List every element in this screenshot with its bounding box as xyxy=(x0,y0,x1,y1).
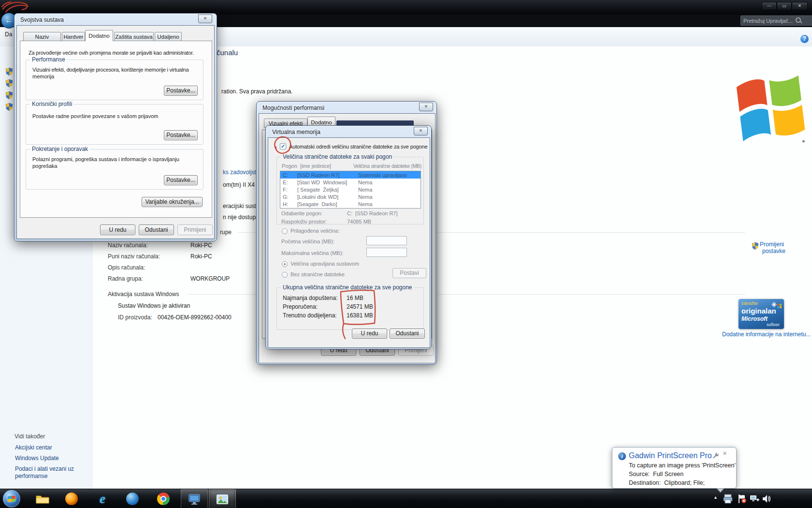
product-id-label: ID proizvoda: xyxy=(118,314,152,321)
sidebar-link-action-center[interactable]: Akcijski centar xyxy=(15,444,52,451)
more-info-link[interactable]: Dodatne informacije na internetu... xyxy=(722,331,811,338)
search-icon[interactable] xyxy=(796,17,801,23)
notification-line: Destination: Clipboard; File; xyxy=(629,479,705,486)
available-space-label: Raspoloživ prostor: xyxy=(281,219,327,224)
page-title-fragment: čunalu xyxy=(217,48,238,57)
taskbar-item-media[interactable] xyxy=(120,489,145,508)
tab-remote[interactable]: Udaljeno xyxy=(155,32,182,41)
windows-flag-logo xyxy=(735,74,807,146)
drive-listbox[interactable]: C: [SSD Radeon R7] Sistemski upravljano … xyxy=(280,171,421,209)
no-paging-label: Bez stranične datoteke xyxy=(290,271,345,277)
user-profiles-group: Korisnički profili Postavke radne površi… xyxy=(26,104,203,145)
tab-computer-name[interactable]: Naziv računala xyxy=(23,32,61,41)
gadwin-notification[interactable]: i Gadwin PrintScreen Pro ✕ To capture an… xyxy=(612,447,737,489)
taskbar-item-chrome[interactable] xyxy=(151,489,176,508)
group-label: Ukupna veličina stranične datoteke za sv… xyxy=(281,284,414,291)
total-label: Trenutno dodijeljena: xyxy=(283,312,337,319)
ok-button[interactable]: U redu xyxy=(352,329,387,339)
initial-size-label: Početna veličina (MB): xyxy=(281,239,334,244)
info-icon: i xyxy=(618,452,626,460)
row-value: Roki-PC xyxy=(190,253,212,260)
drive-paging-value: Nema xyxy=(358,187,420,193)
drive-name: [SSD Radeon R7] xyxy=(297,172,358,178)
close-icon[interactable]: ✕ xyxy=(414,127,428,135)
drive-name: [Seagate Darko] xyxy=(297,201,358,207)
tray-gadwin-icon[interactable] xyxy=(719,489,737,508)
maximize-button[interactable]: ▭ xyxy=(777,2,792,10)
startup-recovery-settings-button[interactable]: Postavke... xyxy=(164,175,198,185)
menu-item-file-fragment[interactable]: Da xyxy=(5,31,12,38)
drive-row[interactable]: G: [Lokalni disk WD] Nema xyxy=(280,193,420,200)
speaker-icon xyxy=(762,494,771,503)
tab-page-advanced: Za provođenje većine ovih promjena morat… xyxy=(20,41,212,218)
system-managed-label: Veličina upravljana sustavom xyxy=(290,261,359,267)
user-profiles-settings-button[interactable]: Postavke... xyxy=(164,130,198,140)
column-header-size: Veličina stranične datoteke (MB) xyxy=(353,163,421,169)
taskbar-item-ie[interactable]: e xyxy=(90,489,115,508)
group-text: Vizualni efekti, dodjeljivanje procesora… xyxy=(32,67,188,73)
wrench-icon[interactable] xyxy=(712,452,719,459)
genuine-microsoft-badge: zatražite originalan Microsoft softver xyxy=(739,299,784,329)
drive-row[interactable]: E: [Stari WD Windowsi] Nema xyxy=(280,179,420,186)
drive-letter: F: xyxy=(280,187,297,193)
total-value: 16381 MB xyxy=(347,312,373,319)
taskbar-item-firefox[interactable] xyxy=(59,489,84,508)
activation-header: Aktivacija sustava Windows xyxy=(108,291,179,298)
initial-size-input xyxy=(366,236,407,245)
help-icon[interactable]: ? xyxy=(800,35,809,43)
windows-flag-icon xyxy=(8,495,15,502)
tray-volume-icon[interactable] xyxy=(760,489,773,508)
environment-variables-button[interactable]: Varijable okruženja... xyxy=(142,197,203,207)
tab-system-protection[interactable]: Zaštita sustava xyxy=(114,32,154,41)
cancel-button[interactable]: Odustani xyxy=(390,329,425,339)
column-header-drive: Pogon [ime jedinice] xyxy=(282,163,331,169)
search-input[interactable] xyxy=(740,15,812,26)
change-settings-link[interactable]: postavke xyxy=(762,248,785,254)
minimize-button[interactable]: — xyxy=(762,2,777,10)
sidebar-link-windows-update[interactable]: Windows Update xyxy=(15,455,59,462)
copyright-fragment: ration. Sva prava pridržana. xyxy=(221,88,292,95)
custom-size-radio xyxy=(282,228,288,234)
row-value: Roki-PC xyxy=(190,242,212,249)
set-button: Postavi xyxy=(392,268,426,278)
activation-status: Sustav Windows je aktiviran xyxy=(118,302,190,309)
change-settings-link[interactable]: Promijeni xyxy=(760,241,784,248)
flag-icon xyxy=(737,494,747,504)
taskbar-app-capture[interactable] xyxy=(209,489,236,508)
desktop-screen: — ▭ ✕ ▾ ⟳ Da ? Vidi također Akcijski cen… xyxy=(0,0,812,508)
totals-group: Ukupna veličina stranične datoteke za sv… xyxy=(276,287,424,330)
close-icon[interactable]: ✕ xyxy=(198,15,212,23)
auto-manage-checkbox[interactable]: ✓ xyxy=(280,143,286,149)
dialog-title: Virtualna memorija xyxy=(272,129,320,135)
system-properties-dialog: Svojstva sustava ✕ Naziv računala Hardve… xyxy=(14,13,217,241)
close-window-button[interactable]: ✕ xyxy=(792,2,808,10)
drive-row-selected[interactable]: C: [SSD Radeon R7] Sistemski upravljano xyxy=(280,171,420,179)
close-icon[interactable]: ✕ xyxy=(723,450,727,457)
system-managed-radio xyxy=(282,261,288,267)
ok-button[interactable]: U redu xyxy=(100,224,135,235)
drive-row[interactable]: H: [Seagate Darko] Nema xyxy=(280,200,420,208)
admin-note: Za provođenje većine ovih promjena morat… xyxy=(29,50,194,56)
drive-letter: C: xyxy=(280,172,297,178)
taskbar-item-explorer[interactable] xyxy=(30,489,55,508)
blue-app-icon xyxy=(126,493,139,505)
show-hidden-icons-button[interactable]: ▲ xyxy=(713,495,718,500)
tab-advanced[interactable]: Dodatno xyxy=(85,30,113,41)
cancel-button[interactable]: Odustani xyxy=(139,224,174,235)
performance-settings-button[interactable]: Postavke... xyxy=(164,86,198,96)
badge-line: originalan xyxy=(741,307,776,315)
start-button[interactable] xyxy=(3,490,20,508)
taskbar-app-system[interactable] xyxy=(181,489,208,508)
total-label: Preporučena: xyxy=(283,303,318,310)
sidebar-link-performance[interactable]: Podaci i alati vezani uz performanse xyxy=(15,465,87,480)
virtual-memory-dialog: Virtualna memorija ✕ ✓ Automatski odredi… xyxy=(265,125,432,349)
close-icon[interactable]: ✕ xyxy=(419,103,433,111)
drive-name: [Stari WD Windowsi] xyxy=(297,179,358,185)
row-label: Puni naziv računala: xyxy=(108,253,160,260)
custom-size-label: Prilagođena veličina: xyxy=(290,228,340,234)
performance-group: Performanse Vizualni efekti, dodjeljivan… xyxy=(26,60,203,100)
drive-row[interactable]: F: [ Seagate Željka] Nema xyxy=(280,186,420,193)
tab-hardware[interactable]: Hardver xyxy=(62,32,85,41)
group-label: Veličina stranične datoteke za svaki pog… xyxy=(281,153,394,160)
startup-recovery-group: Pokretanje i oporavak Polazni programi, … xyxy=(26,149,203,190)
